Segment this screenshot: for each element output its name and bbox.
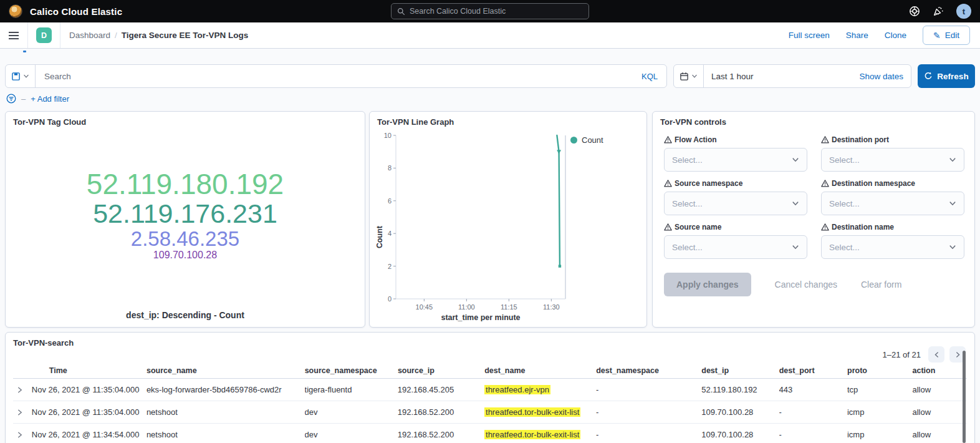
tag-2-58-46-235[interactable]: 2.58.46.235 (131, 228, 239, 250)
select-source-namespace[interactable]: Select... (664, 192, 807, 215)
warning-triangle-icon (664, 223, 672, 231)
chevron-down-icon (691, 73, 698, 79)
column-header-dest-ip[interactable]: dest_ip (701, 366, 779, 375)
chevron-down-icon (792, 200, 799, 207)
select-destination-namespace[interactable]: Select... (821, 192, 964, 215)
cell-source_ip: 192.168.45.205 (398, 385, 484, 394)
tag-109-70-100-28[interactable]: 109.70.100.28 (153, 250, 217, 261)
select-source-name[interactable]: Select... (664, 235, 807, 259)
share-link[interactable]: Share (846, 31, 868, 40)
table-body: Nov 26, 2021 @ 11:35:04.000eks-log-forwa… (13, 379, 967, 443)
cell-dest_namespace: - (596, 385, 701, 394)
pagination-prev-button[interactable] (928, 346, 944, 363)
pencil-icon: ✎ (933, 31, 941, 41)
kql-language-button[interactable]: KQL (641, 72, 666, 81)
control-label-source-name: Source name (664, 223, 807, 231)
cell-source_name: netshoot (147, 430, 305, 439)
refresh-button[interactable]: Refresh (918, 64, 975, 88)
cell-dest_port: 443 (779, 385, 847, 394)
chevron-down-icon (23, 73, 29, 79)
svg-text:0: 0 (388, 295, 392, 303)
row-expand-button[interactable] (13, 383, 27, 397)
cell-dest_ip: 109.70.100.28 (701, 407, 779, 417)
quick-select-time-button[interactable] (674, 65, 704, 87)
control-label-destination-namespace: Destination namespace (821, 179, 964, 188)
select-flow-action[interactable]: Select... (664, 148, 807, 172)
select-destination-port[interactable]: Select... (821, 148, 964, 172)
panel-title: Tor-VPN Tag Cloud (13, 117, 86, 127)
select-placeholder: Select... (829, 155, 949, 165)
column-header-source-name[interactable]: source_name (147, 366, 305, 375)
brand-title: Calico Cloud Elastic (30, 6, 122, 17)
calico-logo-icon[interactable] (9, 4, 22, 18)
saved-query-menu-button[interactable] (6, 65, 36, 87)
clone-link[interactable]: Clone (885, 31, 906, 40)
show-dates-link[interactable]: Show dates (859, 72, 911, 81)
chevron-down-icon (792, 243, 799, 251)
cell-dest_name: threatfeed.tor-bulk-exit-list (484, 407, 596, 417)
cell-dest_namespace: - (596, 407, 701, 417)
select-destination-name[interactable]: Select... (821, 235, 964, 259)
breadcrumb-dashboard[interactable]: Dashboard (69, 31, 110, 40)
global-search-input[interactable] (410, 7, 583, 16)
row-expand-button[interactable] (13, 428, 27, 442)
control-label-destination-name: Destination name (821, 223, 964, 231)
warning-triangle-icon (821, 180, 829, 187)
apply-changes-button[interactable]: Apply changes (664, 273, 751, 296)
svg-text:11:15: 11:15 (501, 303, 517, 311)
cancel-changes-button[interactable]: Cancel changes (775, 280, 837, 290)
news-party-popper-icon[interactable] (933, 6, 944, 17)
column-header-proto[interactable]: proto (847, 366, 912, 375)
svg-text:10: 10 (384, 133, 392, 139)
legend-item-count[interactable]: Count (570, 135, 603, 145)
control-label-source-namespace: Source namespace (664, 179, 807, 188)
control-field-destination-name: Destination nameSelect... (821, 223, 964, 259)
cell-dest_name: threatfeed.ejr-vpn (484, 385, 596, 394)
full-screen-link[interactable]: Full screen (789, 31, 830, 40)
column-header-dest-namespace[interactable]: dest_namespace (596, 366, 701, 375)
chevron-down-icon (949, 200, 956, 207)
calendar-icon (680, 72, 689, 81)
cell-source_namespace: dev (305, 407, 398, 417)
panel-tag-cloud: Tor-VPN Tag Cloud 52.119.180.19252.119.1… (5, 111, 365, 328)
save-query-icon (11, 72, 21, 81)
time-range-value[interactable]: Last 1 hour (704, 72, 754, 81)
highlighted-term: threatfeed.tor-bulk-exit-list (484, 430, 580, 439)
table-scrollbar[interactable] (963, 351, 966, 443)
table-row-1: Nov 26, 2021 @ 11:35:04.000eks-log-forwa… (13, 379, 967, 401)
column-header-action[interactable]: action (912, 366, 967, 375)
tag-cloud-caption: dest_ip: Descending - Count (6, 310, 365, 320)
edit-button[interactable]: ✎ Edit (923, 26, 970, 45)
clear-form-button[interactable]: Clear form (861, 280, 901, 290)
control-field-source-namespace: Source namespaceSelect... (664, 179, 807, 215)
column-header-source-namespace[interactable]: source_namespace (305, 366, 398, 375)
space-badge[interactable]: D (36, 27, 52, 43)
panel-title: Tor-VPN-search (13, 338, 74, 348)
column-header-dest-port[interactable]: dest_port (779, 366, 847, 375)
column-header-time[interactable]: Time (32, 366, 147, 375)
filter-circle-icon[interactable] (6, 94, 16, 104)
tag-52-119-180-192[interactable]: 52.119.180.192 (87, 169, 284, 200)
user-avatar[interactable]: t (956, 4, 971, 19)
legend-label: Count (582, 135, 603, 145)
cell-source_name: eks-log-forwarder-5bd4659786-cwd2r (147, 385, 305, 394)
select-placeholder: Select... (829, 199, 949, 208)
panel-title: Tor-VPN controls (660, 117, 726, 127)
column-header-source-ip[interactable]: source_ip (398, 366, 484, 375)
line-chart: Count 024681010:4511:0011:1511:30start_t… (375, 133, 643, 321)
tag-52-119-176-231[interactable]: 52.119.176.231 (93, 200, 277, 228)
space-section: D (28, 22, 60, 48)
kibana-dashboard-page: Calico Cloud Elastic (0, 0, 980, 443)
global-search-box[interactable] (391, 3, 589, 19)
panel-line-graph: Tor-VPN Line Graph Count 024681010:4511:… (369, 111, 647, 328)
hamburger-menu-icon[interactable] (8, 31, 19, 41)
kql-search-input[interactable] (36, 72, 641, 81)
help-life-ring-icon[interactable] (909, 6, 920, 17)
row-expand-button[interactable] (13, 406, 27, 419)
control-label-destination-port: Destination port (821, 135, 964, 144)
select-placeholder: Select... (672, 199, 792, 208)
top-header-bar: Calico Cloud Elastic (0, 0, 980, 22)
column-header-dest-name[interactable]: dest_name (484, 366, 596, 375)
cell-dest_namespace: - (596, 430, 701, 439)
add-filter-link[interactable]: + Add filter (31, 94, 69, 104)
